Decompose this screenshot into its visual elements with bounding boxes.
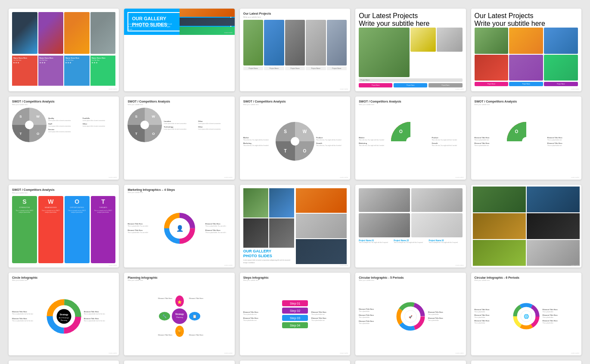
circle-item-2: Element Title Here This is a placeholder…: [12, 317, 44, 322]
proj-label-2: Project Name: [264, 67, 284, 70]
slide-pyramid[interactable]: Pyramid Infographic Write your subtitle …: [471, 361, 581, 364]
swot5-el3: Element Title Here This is a placeholder…: [547, 137, 578, 141]
svg-text:🔧: 🔧: [162, 314, 167, 318]
arch-photo-4: [411, 213, 463, 237]
circ5-item-4: Element Title HereThis is placeholder: [428, 311, 463, 315]
slide-swot-colored-text[interactable]: SWOT / Competitors Analysis Write your s…: [355, 96, 466, 179]
slide-outdoor-photos[interactable]: envato market: [471, 185, 581, 268]
slide-marketing-infographic[interactable]: Marketing Infographics – 4 Steps Write y…: [124, 185, 234, 268]
swot5-el2: Element Title Here This is a placeholder…: [475, 142, 505, 146]
planning-title: Planning Infographic: [127, 276, 231, 279]
project-photo-4: [306, 20, 326, 65]
slide-circle-infographic[interactable]: Circle Infographic Write your subtitle h…: [9, 273, 119, 355]
swot3-product: Product This is the text, You might edit…: [316, 137, 347, 141]
slide-planning-2[interactable]: Planning Infographic Write your subtitle…: [355, 361, 466, 364]
gallery2-photo-2: [269, 188, 294, 218]
slide-projects-2[interactable]: Our Latest Projects Write your subtitle …: [355, 9, 466, 91]
outdoor-photo-6: [527, 240, 580, 266]
outdoor-photo-4: [527, 213, 580, 239]
gallery-photo-1: [180, 9, 235, 17]
swot3-center: [291, 137, 299, 146]
gallery2-desc: Lorem ipsum dolor sit amet consectetur a…: [243, 259, 294, 264]
svg-text:Planning: Planning: [176, 316, 183, 318]
swot-quality: Quality Lorem ipsum dolor sit amet conse…: [48, 117, 81, 121]
outdoor-photo-3: [473, 213, 526, 239]
slide-planning-infographic[interactable]: Planning Infographic Write your subtitle…: [124, 273, 234, 355]
slide-projects-1[interactable]: Our Latest Projects Write your subtitle …: [240, 9, 350, 91]
swot-5-title: SWOT / Competitors Analysis: [475, 100, 578, 103]
swot4-marketing: Marketing This is the text, You might ed…: [359, 142, 389, 146]
slide-swot-gray[interactable]: SWOT / Competitors Analysis Write your s…: [9, 96, 119, 179]
swot-3-title: SWOT / Competitors Analysis: [243, 100, 347, 103]
slide-projects-3[interactable]: Our Latest Projects Write your subtitle …: [471, 9, 581, 91]
team-card-3: Name Goes Here Job Title Here: [64, 56, 90, 86]
project-main-photo: [359, 28, 410, 77]
swot-staff: Staff Lorem ipsum dolor sit amet consect…: [48, 123, 81, 127]
slide-watermark: envato market: [340, 177, 348, 178]
svg-text:Element Title Here: Element Title Here: [189, 297, 204, 299]
pg5-photo-4: [475, 55, 509, 81]
slide-gallery-blue[interactable]: OUR GALLERYPHOTO SLIDES Lorem ipsum dolo…: [124, 9, 234, 91]
circ5-item-3: Element Title HereThis is placeholder: [359, 320, 393, 324]
swot3-marketing: Marketing This is the text, You might ed…: [243, 142, 274, 146]
slide-swot-text-gray[interactable]: SWOT / Competitors Analysis Write your s…: [240, 96, 350, 179]
svg-text:Strategy: Strategy: [175, 313, 184, 315]
steps-subtitle: Write your subtitle here: [243, 280, 347, 281]
swot4-growth: Growth This is the text, You might edit …: [432, 142, 462, 146]
slide-swot-blocks[interactable]: SWOT / Competitors Analysis Write your s…: [9, 185, 119, 268]
slide-watermark: envato market: [571, 352, 579, 354]
slide-watermark: envato market: [340, 264, 348, 266]
project-photo-2: [264, 20, 284, 65]
gallery-photo-2: [180, 18, 235, 26]
pg5-photo-2: [509, 28, 543, 54]
project-photo-5: [327, 20, 347, 65]
swot5-el4: Element Title Here This is a placeholder…: [547, 142, 578, 146]
swot2-other1: Other Lorem ipsum dolor sit amet consect…: [198, 120, 231, 124]
step-item-1: Element Title Here This is placeholder t…: [243, 311, 279, 315]
circ6-item-2: Element Title HereThis is placeholder: [475, 314, 510, 318]
project-br-photo: [437, 28, 462, 52]
slide-watermark: envato market: [571, 177, 579, 178]
slide-circle-infographic-2[interactable]: Circle Infographic Write your subtitle h…: [240, 361, 350, 364]
slide-gallery2[interactable]: OUR GALLERYPHOTO SLIDES Lorem ipsum dolo…: [240, 185, 350, 268]
slide-swot-gray-right[interactable]: SWOT / Competitors Analysis Write your s…: [124, 96, 234, 179]
outdoor-photo-2: [527, 187, 580, 212]
proj-label-4: Project Name: [306, 67, 326, 70]
gallery2-title: OUR GALLERYPHOTO SLIDES: [243, 249, 294, 258]
swot-block-threats: T THREATS This is a sample text for SWOT…: [91, 196, 116, 263]
outdoor-photo-1: [473, 187, 526, 212]
arch-photo-3: [359, 213, 410, 237]
slide-circular-5[interactable]: Circular Infographic - 5 Periods Write y…: [355, 273, 466, 355]
mkt-item-3: Element Title Here This is a placeholder…: [205, 223, 231, 227]
projects-3-title: Our Latest Projects: [475, 12, 578, 20]
label-blue: Project Name: [394, 83, 427, 87]
proj-label-5: Project Name: [327, 67, 347, 70]
swot-5-subtitle: Write your subtitle here: [475, 104, 578, 106]
slide-steps-infographic[interactable]: Steps Infographic Write your subtitle he…: [240, 273, 350, 355]
swot-block-opportunities: O OPPORTUNITIES This is a sample text fo…: [65, 196, 90, 263]
slide-process[interactable]: Process Infographic Write your subtitle …: [124, 361, 234, 364]
circ6-item-5: Element Title HereThis is placeholder: [543, 314, 578, 318]
step-item-2: Element Title Here This is placeholder t…: [243, 317, 279, 321]
slide-circular-7[interactable]: Circular Infographic - 7 Periods Previou…: [9, 361, 119, 364]
marketing-title: Marketing Infographics – 4 Steps: [127, 188, 231, 191]
team-photo-1: [12, 12, 37, 54]
slide-watermark: envato market: [224, 264, 233, 266]
swot-center: [25, 121, 34, 129]
swot2-technology: Technology Lorem ipsum dolor sit amet co…: [164, 126, 197, 130]
slide-circular-6[interactable]: Circular Infographic - 6 Periods Write y…: [471, 273, 581, 355]
circ6-diagram: 🌐: [511, 301, 541, 331]
slide-team-photos[interactable]: Name Goes Here Job Title Here Name Goes …: [9, 9, 119, 91]
swot-3-subtitle: Write your subtitle here: [243, 104, 347, 106]
slide-watermark: envato market: [340, 352, 348, 354]
slide-architecture[interactable]: Project Name 01 This is a sample text. Y…: [355, 185, 466, 268]
swot3-growth: Growth This is the text, You might edit …: [316, 142, 347, 146]
gallery-description: Lorem ipsum dolor sit amet consectetur a…: [127, 23, 174, 31]
slide-swot-colorful[interactable]: SWOT / Competitors Analysis Write your s…: [471, 96, 581, 179]
swot-2-center: [140, 121, 149, 129]
pg5-photo-1: [475, 28, 509, 54]
swot-service: Service Lorem ipsum dolor sit amet conse…: [48, 128, 81, 133]
slide-watermark: envato market: [456, 264, 464, 266]
swot5-el1: Element Title Here This is a placeholder…: [475, 137, 505, 141]
label-pink: Project Name: [359, 83, 392, 87]
